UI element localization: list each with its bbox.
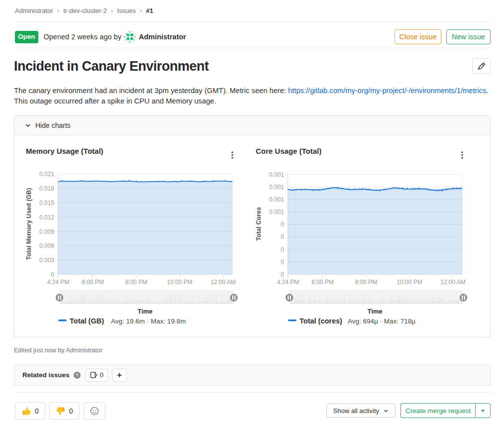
svg-text:10:00 PM: 10:00 PM bbox=[167, 279, 192, 286]
svg-text:Time: Time bbox=[367, 308, 382, 315]
svg-text:Total (cores): Total (cores) bbox=[300, 317, 342, 325]
svg-text:Memory Usage (Total): Memory Usage (Total) bbox=[26, 147, 103, 155]
svg-text:0: 0 bbox=[281, 221, 284, 228]
svg-text:0: 0 bbox=[281, 246, 284, 253]
svg-text:4:24 PM: 4:24 PM bbox=[47, 279, 70, 286]
svg-text:10:00 PM: 10:00 PM bbox=[397, 279, 422, 286]
svg-text:0: 0 bbox=[281, 259, 284, 266]
svg-text:Total Cores: Total Cores bbox=[255, 207, 262, 241]
svg-text:0: 0 bbox=[281, 233, 284, 240]
svg-text:12:00 AM: 12:00 AM bbox=[210, 279, 236, 286]
svg-text:6:00 PM: 6:00 PM bbox=[311, 279, 334, 286]
svg-text:6:00 PM: 6:00 PM bbox=[82, 279, 104, 286]
svg-text:0.015: 0.015 bbox=[39, 200, 54, 207]
svg-text:0: 0 bbox=[51, 271, 54, 278]
svg-text:Total (GB): Total (GB) bbox=[70, 317, 104, 325]
svg-text:12:00 AM: 12:00 AM bbox=[440, 279, 466, 286]
svg-text:0.001: 0.001 bbox=[269, 171, 284, 178]
svg-text:8:00 PM: 8:00 PM bbox=[125, 279, 148, 286]
svg-text:Core Usage (Total): Core Usage (Total) bbox=[256, 147, 321, 155]
svg-text:Time: Time bbox=[137, 308, 152, 315]
svg-text:0.001: 0.001 bbox=[269, 184, 284, 191]
svg-text:?: ? bbox=[76, 372, 79, 378]
svg-text:0.003: 0.003 bbox=[39, 257, 54, 264]
svg-text:0.012: 0.012 bbox=[39, 214, 54, 221]
svg-text:0.001: 0.001 bbox=[269, 209, 284, 215]
svg-text:0.009: 0.009 bbox=[39, 228, 54, 235]
svg-text:4:24 PM: 4:24 PM bbox=[277, 279, 300, 286]
svg-text:0.001: 0.001 bbox=[269, 196, 284, 203]
svg-text:0.018: 0.018 bbox=[39, 185, 54, 192]
svg-text:Avg: 19.6m · Max: 19.8m: Avg: 19.6m · Max: 19.8m bbox=[111, 317, 186, 325]
svg-text:Avg: 694µ · Max: 718µ: Avg: 694µ · Max: 718µ bbox=[348, 317, 415, 325]
svg-text:8:00 PM: 8:00 PM bbox=[355, 279, 378, 286]
svg-text:Total Memory Used (GB): Total Memory Used (GB) bbox=[25, 188, 32, 260]
svg-text:0.006: 0.006 bbox=[39, 242, 54, 249]
svg-text:0.021: 0.021 bbox=[39, 171, 54, 178]
svg-text:0: 0 bbox=[281, 271, 284, 278]
